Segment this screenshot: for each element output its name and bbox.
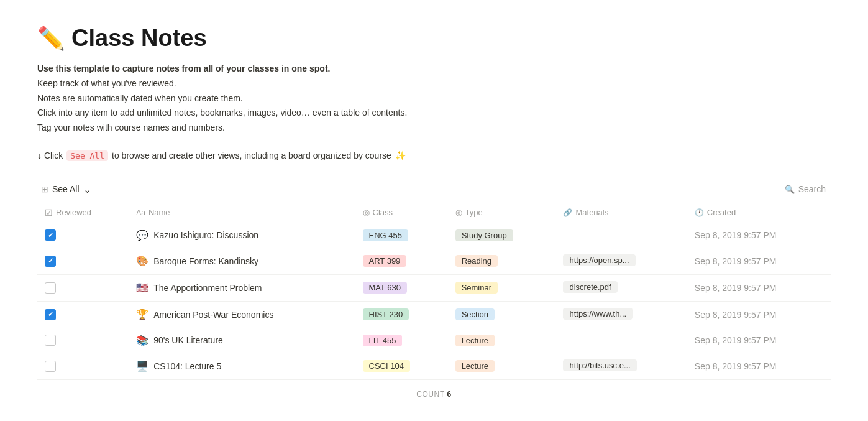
table-row[interactable]: 🖥️CS104: Lecture 5CSCI 104Lecturehttp://… bbox=[37, 353, 831, 379]
desc-line1: Use this template to capture notes from … bbox=[37, 63, 330, 73]
reviewed-cell bbox=[37, 274, 129, 301]
select-icon-class bbox=[363, 208, 370, 217]
type-badge: Lecture bbox=[455, 360, 495, 372]
table-row[interactable]: 🏆American Post-War EconomicsHIST 230Sect… bbox=[37, 301, 831, 328]
review-checkbox[interactable] bbox=[45, 335, 56, 346]
see-all-badge[interactable]: See All bbox=[66, 150, 108, 161]
materials-cell bbox=[555, 328, 687, 353]
type-badge: Seminar bbox=[455, 282, 498, 294]
class-cell: LIT 455 bbox=[355, 328, 448, 353]
row-icon: 🏆 bbox=[136, 308, 148, 320]
row-icon: 🖥️ bbox=[136, 360, 148, 372]
reviewed-cell bbox=[37, 328, 129, 353]
hint-star: ✨ bbox=[395, 150, 406, 160]
class-badge: LIT 455 bbox=[363, 335, 403, 346]
col-name: Name bbox=[129, 203, 355, 223]
name-cell: 🖥️CS104: Lecture 5 bbox=[129, 353, 355, 379]
created-cell: Sep 8, 2019 9:57 PM bbox=[687, 301, 831, 328]
main-heading: Class Notes bbox=[71, 25, 207, 52]
review-checkbox[interactable] bbox=[45, 361, 56, 372]
name-cell: 🏆American Post-War Economics bbox=[129, 301, 355, 328]
class-badge: ART 399 bbox=[363, 255, 407, 267]
created-cell: Sep 8, 2019 9:57 PM bbox=[687, 328, 831, 353]
created-cell: Sep 8, 2019 9:57 PM bbox=[687, 353, 831, 379]
type-cell: Lecture bbox=[448, 328, 556, 353]
materials-cell: discrete.pdf bbox=[555, 274, 687, 301]
desc-line3: Notes are automatically dated when you c… bbox=[37, 91, 831, 106]
row-name: CS104: Lecture 5 bbox=[153, 361, 221, 371]
reviewed-cell bbox=[37, 223, 129, 248]
class-badge: ENG 455 bbox=[363, 229, 408, 241]
col-materials: Materials bbox=[555, 203, 687, 223]
table-row[interactable]: 🎨Baroque Forms: KandinskyART 399Readingh… bbox=[37, 248, 831, 274]
select-icon-type bbox=[455, 208, 462, 217]
chevron-down-icon bbox=[83, 183, 91, 195]
col-reviewed: Reviewed bbox=[37, 203, 129, 223]
table-header-row: Reviewed Name Class Type bbox=[37, 203, 831, 223]
row-name: The Apportionment Problem bbox=[153, 283, 262, 293]
review-checkbox[interactable] bbox=[45, 309, 56, 320]
created-cell: Sep 8, 2019 9:57 PM bbox=[687, 274, 831, 301]
table-icon bbox=[41, 184, 48, 194]
count-value: 6 bbox=[447, 390, 452, 399]
row-name: Baroque Forms: Kandinsky bbox=[153, 256, 258, 266]
search-label: Search bbox=[798, 184, 826, 194]
text-icon bbox=[136, 208, 145, 217]
reviewed-cell bbox=[37, 301, 129, 328]
toolbar: See All Search bbox=[37, 181, 831, 198]
row-icon: 💬 bbox=[136, 229, 148, 241]
material-link[interactable]: http://bits.usc.e... bbox=[563, 359, 636, 371]
type-cell: Section bbox=[448, 301, 556, 328]
material-link[interactable]: https://www.th... bbox=[563, 308, 633, 320]
table-row[interactable]: 💬Kazuo Ishiguro: DiscussionENG 455Study … bbox=[37, 223, 831, 248]
search-icon bbox=[785, 184, 795, 194]
created-cell: Sep 8, 2019 9:57 PM bbox=[687, 248, 831, 274]
reviewed-cell bbox=[37, 353, 129, 379]
row-icon: 🎨 bbox=[136, 255, 148, 267]
class-cell: ART 399 bbox=[355, 248, 448, 274]
name-cell: 🇺🇸The Apportionment Problem bbox=[129, 274, 355, 301]
see-all-button[interactable]: See All bbox=[37, 181, 95, 198]
material-link[interactable]: discrete.pdf bbox=[563, 281, 617, 293]
check-icon bbox=[45, 208, 53, 218]
class-cell: MAT 630 bbox=[355, 274, 448, 301]
class-cell: CSCI 104 bbox=[355, 353, 448, 379]
col-created: Created bbox=[687, 203, 831, 223]
materials-cell: https://www.th... bbox=[555, 301, 687, 328]
count-row: COUNT 6 bbox=[37, 380, 831, 409]
hint-line: ↓ Click See All to browse and create oth… bbox=[37, 150, 831, 161]
class-badge: MAT 630 bbox=[363, 282, 408, 294]
review-checkbox[interactable] bbox=[45, 256, 56, 267]
table-row[interactable]: 📚90's UK LiteratureLIT 455LectureSep 8, … bbox=[37, 328, 831, 353]
type-cell: Reading bbox=[448, 248, 556, 274]
name-cell: 💬Kazuo Ishiguro: Discussion bbox=[129, 223, 355, 248]
col-type: Type bbox=[448, 203, 556, 223]
row-name: Kazuo Ishiguro: Discussion bbox=[153, 230, 258, 240]
hint-prefix: ↓ Click bbox=[37, 150, 63, 160]
search-button[interactable]: Search bbox=[780, 182, 831, 197]
row-name: 90's UK Literature bbox=[153, 335, 223, 345]
type-badge: Study Group bbox=[455, 229, 513, 241]
col-class: Class bbox=[355, 203, 448, 223]
material-link[interactable]: https://open.sp... bbox=[563, 254, 635, 266]
link-icon bbox=[563, 208, 572, 217]
type-cell: Study Group bbox=[448, 223, 556, 248]
count-label: COUNT bbox=[416, 390, 444, 399]
review-checkbox[interactable] bbox=[45, 229, 56, 241]
type-cell: Seminar bbox=[448, 274, 556, 301]
row-name: American Post-War Economics bbox=[153, 310, 273, 320]
row-icon: 🇺🇸 bbox=[136, 282, 148, 294]
class-badge: CSCI 104 bbox=[363, 360, 410, 372]
desc-line4: Click into any item to add unlimited not… bbox=[37, 106, 831, 121]
desc-line2: Keep track of what you've reviewed. bbox=[37, 76, 831, 91]
class-badge: HIST 230 bbox=[363, 308, 409, 320]
class-cell: HIST 230 bbox=[355, 301, 448, 328]
table-row[interactable]: 🇺🇸The Apportionment ProblemMAT 630Semina… bbox=[37, 274, 831, 301]
page-title: ✏️ Class Notes bbox=[37, 25, 831, 52]
review-checkbox[interactable] bbox=[45, 282, 56, 294]
type-badge: Section bbox=[455, 308, 495, 320]
notes-table: Reviewed Name Class Type bbox=[37, 203, 831, 380]
row-icon: 📚 bbox=[136, 335, 148, 346]
type-badge: Lecture bbox=[455, 335, 495, 346]
class-cell: ENG 455 bbox=[355, 223, 448, 248]
